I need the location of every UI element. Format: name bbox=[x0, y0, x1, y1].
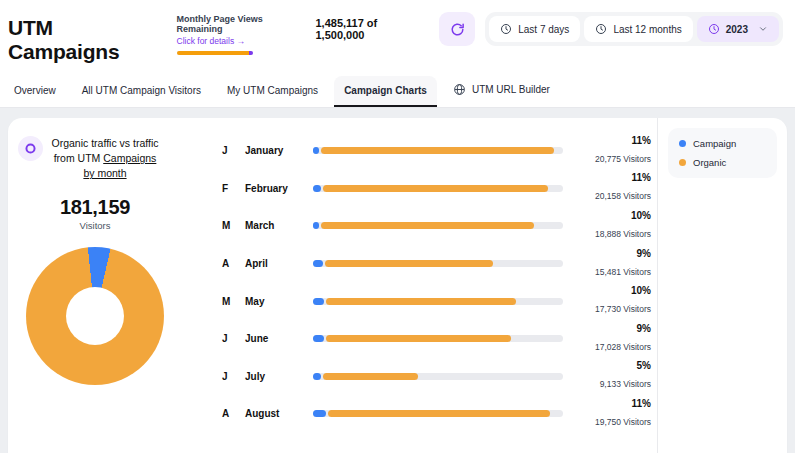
campaign-bar-segment[interactable] bbox=[313, 260, 323, 267]
chevron-down-icon bbox=[758, 24, 768, 34]
filter-label: Last 7 days bbox=[518, 24, 569, 35]
month-label: March bbox=[245, 220, 311, 231]
month-initial: M bbox=[222, 296, 236, 307]
month-label: August bbox=[245, 408, 311, 419]
campaign-bar-segment[interactable] bbox=[313, 185, 321, 192]
month-label: January bbox=[245, 145, 311, 156]
campaign-percent: 9% bbox=[577, 247, 651, 260]
visitor-count: 20,158 Visitors bbox=[595, 191, 651, 201]
donut-panel-icon[interactable] bbox=[18, 136, 43, 161]
tab-label: All UTM Campaign Visitors bbox=[82, 85, 201, 96]
organic-bar-segment[interactable] bbox=[323, 185, 548, 192]
bar-track bbox=[313, 373, 563, 380]
bar-track bbox=[313, 185, 563, 192]
refresh-icon bbox=[450, 22, 465, 37]
page-views-label: Monthly Page Views Remaining bbox=[177, 14, 300, 34]
tab-label: Campaign Charts bbox=[344, 85, 427, 96]
clock-icon bbox=[500, 23, 512, 35]
bar-chart-row: A August 11% 19,750 Visitors bbox=[222, 395, 657, 433]
row-stats: 10% 18,888 Visitors bbox=[577, 209, 657, 243]
tab-all-utm-campaign-visitors[interactable]: All UTM Campaign Visitors bbox=[72, 76, 211, 107]
campaign-percent: 11% bbox=[577, 134, 651, 147]
month-label: May bbox=[245, 296, 311, 307]
campaign-bar-segment[interactable] bbox=[313, 298, 324, 305]
visitor-count: 17,028 Visitors bbox=[595, 342, 651, 352]
campaign-bar-segment[interactable] bbox=[313, 410, 326, 417]
bar-track bbox=[313, 298, 563, 305]
clock-icon bbox=[595, 23, 607, 35]
month-initial: J bbox=[222, 145, 236, 156]
donut-chart[interactable] bbox=[26, 247, 164, 385]
campaign-bar-segment[interactable] bbox=[313, 222, 319, 229]
bar-chart-row: J January 11% 20,775 Visitors bbox=[222, 132, 657, 170]
row-stats: 11% 20,158 Visitors bbox=[577, 171, 657, 205]
donut-chart-title: Organic traffic vs traffic from UTM Camp… bbox=[50, 136, 160, 182]
campaign-legend-dot bbox=[679, 140, 686, 147]
month-initial: F bbox=[222, 183, 236, 194]
tab-bar: Overview All UTM Campaign Visitors My UT… bbox=[0, 70, 795, 108]
organic-bar-segment[interactable] bbox=[321, 222, 534, 229]
legend-label: Campaign bbox=[693, 138, 736, 149]
visitor-count: 17,730 Visitors bbox=[595, 304, 651, 314]
legend-item-campaign: Campaign bbox=[679, 138, 766, 149]
page-views-progress bbox=[177, 51, 253, 55]
bar-chart-row: M March 10% 18,888 Visitors bbox=[222, 207, 657, 245]
campaign-percent: 10% bbox=[577, 284, 651, 297]
campaign-percent: 10% bbox=[577, 209, 651, 222]
filter-label: 2023 bbox=[726, 24, 748, 35]
filter-label: Last 12 months bbox=[613, 24, 681, 35]
campaign-percent: 9% bbox=[577, 322, 651, 335]
campaign-bar-segment[interactable] bbox=[313, 147, 319, 154]
month-initial: J bbox=[222, 333, 236, 344]
visitor-count: 20,775 Visitors bbox=[595, 154, 651, 164]
bar-track bbox=[313, 410, 563, 417]
page-views-block: Monthly Page Views Remaining Click for d… bbox=[177, 14, 420, 55]
organic-bar-segment[interactable] bbox=[325, 260, 493, 267]
organic-bar-segment[interactable] bbox=[326, 335, 511, 342]
visitor-count: 18,888 Visitors bbox=[595, 229, 651, 239]
organic-bar-segment[interactable] bbox=[328, 410, 551, 417]
month-label: April bbox=[245, 258, 311, 269]
tab-overview[interactable]: Overview bbox=[4, 76, 66, 107]
tab-utm-url-builder[interactable]: UTM URL Builder bbox=[443, 74, 560, 107]
row-stats: 9% 17,028 Visitors bbox=[577, 322, 657, 356]
campaign-bar-segment[interactable] bbox=[313, 373, 321, 380]
row-stats: 10% 17,730 Visitors bbox=[577, 284, 657, 318]
tab-campaign-charts[interactable]: Campaign Charts bbox=[334, 76, 437, 107]
page-views-details-link[interactable]: Click for details → bbox=[177, 36, 300, 46]
organic-bar-segment[interactable] bbox=[326, 298, 516, 305]
tab-my-utm-campaigns[interactable]: My UTM Campaigns bbox=[217, 76, 328, 107]
total-visitors-value: 181,159 bbox=[14, 196, 176, 219]
organic-legend-dot bbox=[679, 159, 686, 166]
bar-track bbox=[313, 222, 563, 229]
bar-chart-row: F February 11% 20,158 Visitors bbox=[222, 170, 657, 208]
total-visitors-unit: Visitors bbox=[14, 220, 176, 231]
header-controls: Last 7 days Last 12 months 2023 bbox=[439, 12, 783, 46]
month-label: June bbox=[245, 333, 311, 344]
organic-bar-segment[interactable] bbox=[321, 147, 554, 154]
organic-bar-segment[interactable] bbox=[323, 373, 418, 380]
tab-label: My UTM Campaigns bbox=[227, 85, 318, 96]
page-title: UTM Campaigns bbox=[8, 16, 157, 64]
page-views-progress-fill bbox=[177, 51, 249, 55]
tab-label: UTM URL Builder bbox=[472, 84, 550, 95]
row-stats: 5% 9,133 Visitors bbox=[577, 359, 657, 393]
row-stats: 11% 20,775 Visitors bbox=[577, 134, 657, 168]
globe-icon bbox=[453, 83, 466, 96]
bar-chart-row: J June 9% 17,028 Visitors bbox=[222, 320, 657, 358]
campaign-bar-segment[interactable] bbox=[313, 335, 324, 342]
row-stats: 9% 15,481 Visitors bbox=[577, 247, 657, 281]
visitor-count: 9,133 Visitors bbox=[600, 379, 651, 389]
month-label: February bbox=[245, 183, 311, 194]
bar-track bbox=[313, 260, 563, 267]
app-window: UTM Campaigns Monthly Page Views Remaini… bbox=[0, 0, 795, 453]
donut-panel: Organic traffic vs traffic from UTM Camp… bbox=[8, 118, 182, 453]
page-views-progress-tip bbox=[249, 51, 253, 55]
filter-year-2023[interactable]: 2023 bbox=[697, 16, 779, 42]
row-stats: 11% 19,750 Visitors bbox=[577, 397, 657, 431]
refresh-button[interactable] bbox=[439, 12, 475, 46]
filter-last-12-months[interactable]: Last 12 months bbox=[584, 16, 692, 42]
month-label: July bbox=[245, 371, 311, 382]
month-initial: A bbox=[222, 408, 236, 419]
filter-last-7-days[interactable]: Last 7 days bbox=[489, 16, 580, 42]
